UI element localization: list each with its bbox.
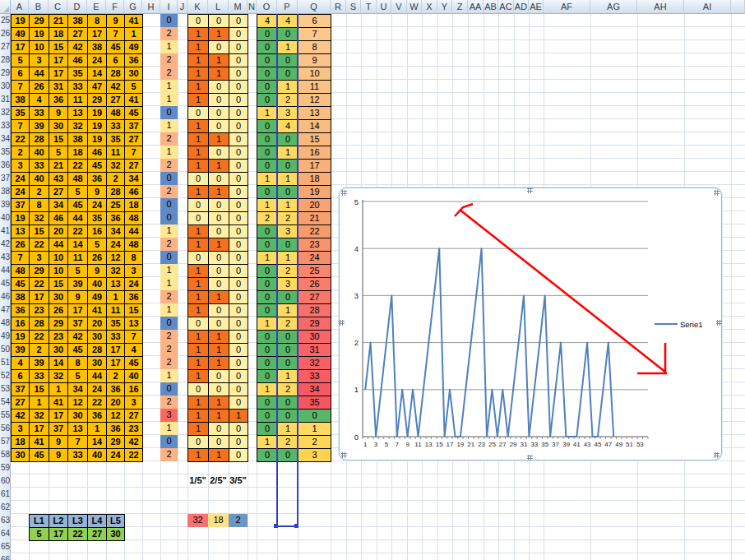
count-cell[interactable]: 2 — [160, 53, 178, 67]
flag-cell[interactable]: 0 — [229, 303, 248, 317]
number-cell[interactable]: 15 — [124, 303, 143, 317]
column-header-I[interactable]: I — [160, 0, 178, 14]
number-cell[interactable]: 36 — [11, 303, 30, 317]
number-cell[interactable]: 5 — [124, 80, 143, 94]
label-value-cell[interactable]: 27 — [87, 527, 107, 541]
gap-cell[interactable]: 0 — [257, 356, 278, 370]
number-cell[interactable]: 24 — [11, 172, 30, 186]
row-header-59[interactable]: 59 — [0, 461, 11, 475]
number-cell[interactable]: 19 — [87, 106, 107, 120]
flag-cell[interactable]: 0 — [229, 238, 248, 252]
row-header-49[interactable]: 49 — [0, 330, 11, 344]
number-cell[interactable]: 22 — [67, 224, 88, 238]
flag-cell[interactable]: 0 — [208, 106, 229, 120]
number-cell[interactable]: 33 — [106, 330, 125, 344]
flag-cell[interactable]: 0 — [187, 435, 209, 449]
number-cell[interactable]: 35 — [67, 67, 88, 81]
flag-cell[interactable]: 0 — [229, 14, 248, 28]
scale-cell[interactable]: 22 — [298, 224, 331, 238]
gap-cell[interactable]: 0 — [257, 185, 278, 199]
scale-cell[interactable]: 19 — [298, 185, 331, 199]
gap-cell[interactable]: 0 — [257, 93, 278, 107]
number-cell[interactable]: 17 — [29, 422, 49, 436]
scale-cell[interactable]: 11 — [298, 80, 331, 94]
flag-cell[interactable]: 1 — [208, 27, 229, 41]
flag-cell[interactable]: 0 — [229, 119, 248, 133]
number-cell[interactable]: 42 — [11, 409, 30, 423]
count-cell[interactable]: 1 — [160, 264, 178, 277]
column-header-U[interactable]: U — [377, 0, 391, 14]
column-header-P[interactable]: P — [277, 0, 298, 14]
number-cell[interactable]: 40 — [87, 448, 107, 462]
number-cell[interactable]: 33 — [29, 106, 49, 120]
number-cell[interactable]: 36 — [124, 290, 143, 304]
number-cell[interactable]: 10 — [49, 264, 68, 278]
series-cell[interactable]: 2 — [277, 211, 298, 225]
scale-cell[interactable]: 28 — [298, 303, 331, 317]
scale-cell[interactable]: 26 — [298, 277, 331, 291]
scale-cell[interactable]: 33 — [298, 369, 331, 383]
gap-cell[interactable]: 0 — [257, 409, 278, 423]
flag-cell[interactable]: 1 — [187, 369, 209, 383]
summary-cell[interactable]: 2 — [229, 514, 248, 527]
gap-cell[interactable]: 1 — [257, 382, 278, 396]
number-cell[interactable]: 22 — [29, 330, 49, 344]
flag-cell[interactable]: 0 — [208, 369, 229, 383]
number-cell[interactable]: 32 — [29, 409, 49, 423]
flag-cell[interactable]: 1 — [187, 290, 209, 304]
number-cell[interactable]: 17 — [49, 53, 68, 67]
row-header-44[interactable]: 44 — [0, 264, 11, 278]
scale-cell[interactable]: 6 — [298, 14, 331, 28]
column-header-X[interactable]: X — [422, 0, 437, 14]
scale-cell[interactable]: 29 — [298, 317, 331, 331]
scale-cell[interactable]: 35 — [298, 396, 331, 410]
gap-cell[interactable]: 1 — [257, 106, 278, 120]
number-cell[interactable]: 44 — [29, 67, 49, 81]
series-cell[interactable]: 2 — [277, 317, 298, 331]
flag-cell[interactable]: 0 — [229, 159, 248, 173]
number-cell[interactable]: 38 — [67, 14, 88, 28]
flag-cell[interactable]: 0 — [229, 343, 248, 357]
series-cell[interactable]: 3 — [277, 106, 298, 120]
number-cell[interactable]: 35 — [106, 317, 125, 331]
number-cell[interactable]: 34 — [67, 382, 88, 396]
number-cell[interactable]: 28 — [87, 343, 107, 357]
number-cell[interactable]: 45 — [67, 343, 88, 357]
number-cell[interactable]: 23 — [49, 330, 68, 344]
number-cell[interactable]: 10 — [29, 40, 49, 54]
number-cell[interactable]: 45 — [87, 159, 107, 173]
number-cell[interactable]: 46 — [124, 185, 143, 199]
number-cell[interactable]: 42 — [124, 435, 143, 449]
flag-cell[interactable]: 1 — [187, 224, 209, 238]
number-cell[interactable]: 3 — [11, 159, 30, 173]
column-header-AD[interactable]: AD — [514, 0, 529, 14]
number-cell[interactable]: 13 — [106, 277, 125, 291]
series-cell[interactable]: 0 — [277, 27, 298, 41]
number-cell[interactable]: 15 — [49, 132, 68, 146]
row-header-34[interactable]: 34 — [0, 132, 11, 146]
flag-cell[interactable]: 0 — [187, 251, 209, 265]
row-header-66[interactable]: 66 — [0, 553, 11, 560]
flag-cell[interactable]: 0 — [229, 198, 248, 212]
label-header-cell[interactable]: L5 — [106, 514, 125, 528]
count-cell[interactable]: 3 — [160, 409, 178, 422]
count-cell[interactable]: 0 — [160, 172, 178, 185]
flag-cell[interactable]: 0 — [229, 132, 248, 146]
number-cell[interactable]: 6 — [11, 67, 30, 81]
flag-cell[interactable]: 1 — [187, 448, 209, 462]
flag-cell[interactable]: 0 — [229, 93, 248, 107]
scale-cell[interactable]: 24 — [298, 251, 331, 265]
row-header-62[interactable]: 62 — [0, 501, 11, 515]
number-cell[interactable]: 22 — [87, 396, 107, 410]
number-cell[interactable]: 33 — [67, 80, 88, 94]
count-cell[interactable]: 2 — [160, 27, 178, 40]
gap-cell[interactable]: 0 — [257, 290, 278, 304]
row-header-53[interactable]: 53 — [0, 382, 11, 396]
flag-cell[interactable]: 0 — [229, 356, 248, 370]
flag-cell[interactable]: 0 — [208, 146, 229, 160]
row-header-58[interactable]: 58 — [0, 448, 11, 462]
flag-cell[interactable]: 0 — [208, 251, 229, 265]
series-cell[interactable]: 1 — [277, 146, 298, 160]
gap-cell[interactable]: 0 — [257, 40, 278, 54]
row-header-55[interactable]: 55 — [0, 409, 11, 423]
